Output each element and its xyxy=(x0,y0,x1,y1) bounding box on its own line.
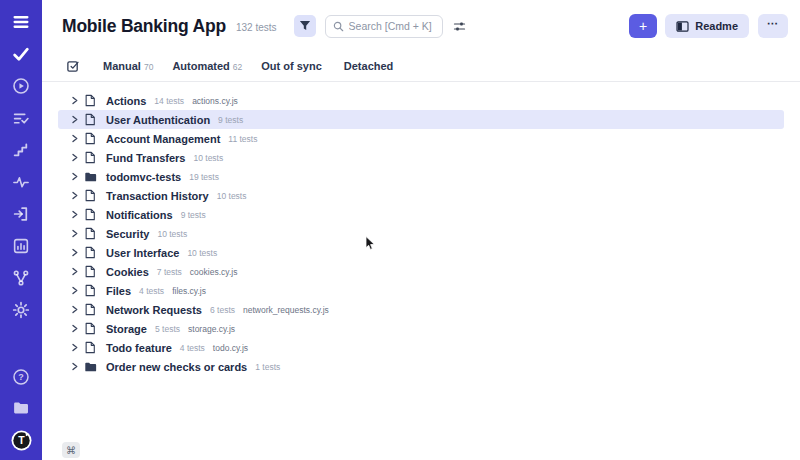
chevron-right-icon[interactable] xyxy=(70,134,80,143)
tree-row[interactable]: User Authentication 9 tests xyxy=(58,110,784,129)
suite-file-name: files.cy.js xyxy=(172,286,206,296)
suite-label: Storage xyxy=(106,323,147,335)
tab-label: Detached xyxy=(344,60,394,72)
suite-test-count: 6 tests xyxy=(210,305,235,315)
folder-icon xyxy=(84,361,98,373)
tab-out-of-sync[interactable]: Out of sync xyxy=(261,60,325,72)
milestones-steps-icon[interactable] xyxy=(12,141,30,159)
chevron-right-icon[interactable] xyxy=(70,324,80,333)
tests-check-icon[interactable] xyxy=(12,45,30,63)
file-icon xyxy=(84,322,98,335)
help-icon[interactable]: ? xyxy=(12,368,30,386)
menu-icon[interactable] xyxy=(12,13,30,31)
tree-row[interactable]: Cookies 7 tests cookies.cy.js xyxy=(58,262,784,281)
chevron-right-icon[interactable] xyxy=(70,362,80,371)
tree-row[interactable]: Todo feature 4 tests todo.cy.js xyxy=(58,338,784,357)
suite-label: Fund Transfers xyxy=(106,152,185,164)
suite-test-count: 7 tests xyxy=(157,267,182,277)
tab-label: Manual xyxy=(103,60,141,72)
filter-funnel-icon xyxy=(299,20,311,32)
tab-automated[interactable]: Automated 62 xyxy=(172,60,242,72)
readme-book-icon xyxy=(676,21,689,32)
chevron-right-icon[interactable] xyxy=(70,153,80,162)
file-icon xyxy=(84,303,98,316)
projects-folder-icon[interactable] xyxy=(12,399,30,417)
tab-label: Automated xyxy=(172,60,229,72)
chevron-right-icon[interactable] xyxy=(70,286,80,295)
readme-label: Readme xyxy=(695,20,738,32)
tree-row[interactable]: Fund Transfers 10 tests xyxy=(58,148,784,167)
chevron-right-icon[interactable] xyxy=(70,229,80,238)
suite-test-count: 9 tests xyxy=(181,210,206,220)
suite-file-name: storage.cy.js xyxy=(188,324,235,334)
suite-test-count: 14 tests xyxy=(154,96,184,106)
activity-pulse-icon[interactable] xyxy=(12,173,30,191)
testomat-logo-icon[interactable]: T xyxy=(11,430,32,451)
chevron-right-icon[interactable] xyxy=(70,305,80,314)
suite-label: User Interface xyxy=(106,247,179,259)
filter-button[interactable] xyxy=(294,15,316,37)
more-options-button[interactable]: ⋯ xyxy=(758,14,788,38)
tab-detached[interactable]: Detached xyxy=(344,60,397,72)
svg-text:?: ? xyxy=(18,372,24,382)
tree-row[interactable]: Notifications 9 tests xyxy=(58,205,784,224)
page-title: Mobile Banking App xyxy=(62,16,226,37)
file-icon xyxy=(84,208,98,221)
analytics-bar-chart-icon[interactable] xyxy=(12,237,30,255)
branches-icon[interactable] xyxy=(12,269,30,287)
chevron-right-icon[interactable] xyxy=(70,115,80,124)
tree-row[interactable]: Network Requests 6 tests network_request… xyxy=(58,300,784,319)
add-test-button[interactable]: + xyxy=(629,14,657,38)
suite-label: User Authentication xyxy=(106,114,210,126)
tree-row[interactable]: User Interface 10 tests xyxy=(58,243,784,262)
plans-list-check-icon[interactable] xyxy=(12,109,30,127)
view-settings-sliders-icon[interactable] xyxy=(453,20,466,33)
tab-manual[interactable]: Manual 70 xyxy=(103,60,153,72)
tree-row[interactable]: Security 10 tests xyxy=(58,224,784,243)
chevron-right-icon[interactable] xyxy=(70,267,80,276)
suite-label: Actions xyxy=(106,95,146,107)
tree-row[interactable]: Files 4 tests files.cy.js xyxy=(58,281,784,300)
chevron-right-icon[interactable] xyxy=(70,191,80,200)
file-icon xyxy=(84,94,98,107)
runs-play-icon[interactable] xyxy=(12,77,30,95)
chevron-right-icon[interactable] xyxy=(70,172,80,181)
suite-test-count: 10 tests xyxy=(157,229,187,239)
chevron-right-icon[interactable] xyxy=(70,210,80,219)
search-box xyxy=(325,15,443,38)
chevron-right-icon[interactable] xyxy=(70,343,80,352)
readme-button[interactable]: Readme xyxy=(665,14,749,38)
tree-row[interactable]: Order new checks or cards 1 tests xyxy=(58,357,784,376)
chevron-right-icon[interactable] xyxy=(70,248,80,257)
tab-count: 62 xyxy=(233,62,242,72)
tree-row[interactable]: todomvc-tests 19 tests xyxy=(58,167,784,186)
keyboard-shortcuts-button[interactable]: ⌘ xyxy=(62,442,80,458)
project-header: Mobile Banking App 132 tests + Readme ⋯ xyxy=(42,0,800,50)
chevron-right-icon[interactable] xyxy=(70,96,80,105)
suite-file-name: network_requests.cy.js xyxy=(243,305,329,315)
tree-row[interactable]: Account Management 11 tests xyxy=(58,129,784,148)
search-input[interactable] xyxy=(349,20,435,32)
tab-label: Out of sync xyxy=(261,60,322,72)
svg-text:T: T xyxy=(18,434,25,446)
suite-test-count: 4 tests xyxy=(180,343,205,353)
suite-file-name: actions.cy.js xyxy=(192,96,238,106)
tree-row[interactable]: Storage 5 tests storage.cy.js xyxy=(58,319,784,338)
test-suites-tree: Actions 14 tests actions.cy.js User Auth… xyxy=(42,82,800,376)
suite-test-count: 19 tests xyxy=(189,172,219,182)
tree-row[interactable]: Actions 14 tests actions.cy.js xyxy=(58,91,784,110)
file-icon xyxy=(84,265,98,278)
test-type-tabs: Manual 70 Automated 62 Out of sync Detac… xyxy=(42,50,800,82)
file-icon xyxy=(84,113,98,126)
select-all-icon[interactable] xyxy=(66,59,80,73)
settings-gear-icon[interactable] xyxy=(12,301,30,319)
folder-icon xyxy=(84,171,98,183)
file-icon xyxy=(84,227,98,240)
suite-label: Transaction History xyxy=(106,190,209,202)
suite-test-count: 11 tests xyxy=(228,134,257,144)
tree-row[interactable]: Transaction History 10 tests xyxy=(58,186,784,205)
file-icon xyxy=(84,132,98,145)
import-enter-icon[interactable] xyxy=(12,205,30,223)
suite-test-count: 5 tests xyxy=(155,324,180,334)
suite-label: Files xyxy=(106,285,131,297)
